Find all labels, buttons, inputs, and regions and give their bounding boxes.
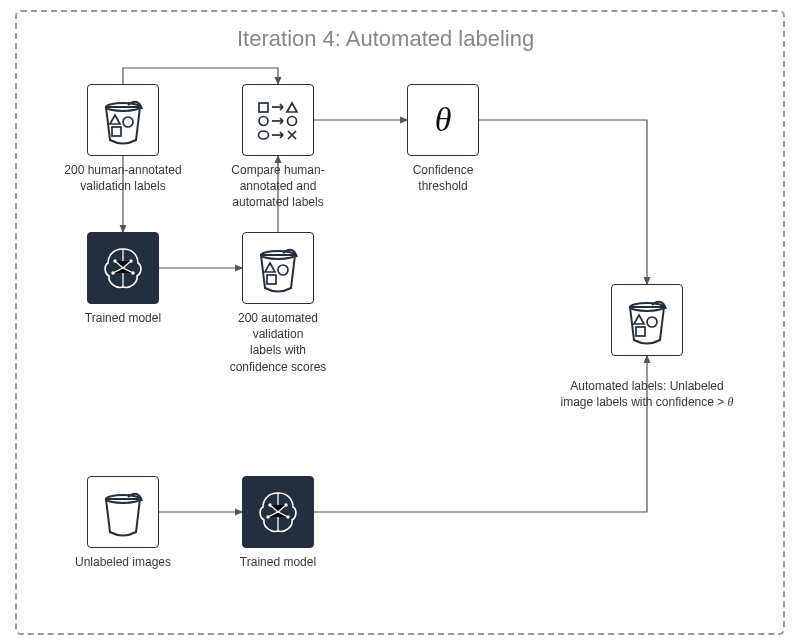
svg-point-20: [647, 317, 657, 327]
svg-rect-4: [259, 103, 268, 112]
svg-rect-3: [112, 127, 121, 136]
bucket-icon: [98, 487, 148, 537]
svg-point-5: [259, 117, 268, 126]
node-threshold: θ: [407, 84, 479, 156]
model-brain-icon: [253, 487, 303, 537]
node-unlabeled: [87, 476, 159, 548]
label-unlabeled: Unlabeled images: [73, 554, 173, 570]
svg-point-8: [288, 117, 297, 126]
svg-rect-21: [636, 327, 645, 336]
bucket-shapes-icon: [622, 295, 672, 345]
svg-marker-1: [110, 115, 120, 124]
node-compare: [242, 84, 314, 156]
svg-point-6: [259, 131, 269, 139]
svg-marker-15: [265, 263, 275, 272]
label-threshold: Confidence threshold: [403, 162, 483, 194]
label-trained-model-1: Trained model: [83, 310, 163, 326]
label-auto-val-labels: 200 automated validation labels with con…: [226, 310, 330, 375]
node-trained-model-1: [87, 232, 159, 304]
theta-symbol: θ: [435, 101, 452, 139]
svg-point-2: [123, 117, 133, 127]
label-auto-labels-out-text: Automated labels: Unlabeledimage labels …: [560, 379, 733, 409]
svg-marker-19: [634, 315, 644, 324]
label-trained-model-2: Trained model: [238, 554, 318, 570]
bucket-shapes-icon: [98, 95, 148, 145]
label-compare: Compare human- annotated and automated l…: [224, 162, 332, 211]
label-auto-labels-out: Automated labels: Unlabeledimage labels …: [552, 362, 742, 411]
label-human-labels: 200 human-annotated validation labels: [62, 162, 184, 194]
svg-marker-7: [287, 103, 297, 112]
diagram-title: Iteration 4: Automated labeling: [237, 26, 534, 52]
svg-rect-17: [267, 275, 276, 284]
svg-point-16: [278, 265, 288, 275]
model-brain-icon: [98, 243, 148, 293]
node-trained-model-2: [242, 476, 314, 548]
node-auto-val-labels: [242, 232, 314, 304]
diagram-frame: Iteration 4: Automated labeling: [15, 10, 785, 635]
node-human-labels: [87, 84, 159, 156]
compare-mapping-icon: [253, 95, 303, 145]
node-auto-labels-out: [611, 284, 683, 356]
bucket-shapes-icon: [253, 243, 303, 293]
